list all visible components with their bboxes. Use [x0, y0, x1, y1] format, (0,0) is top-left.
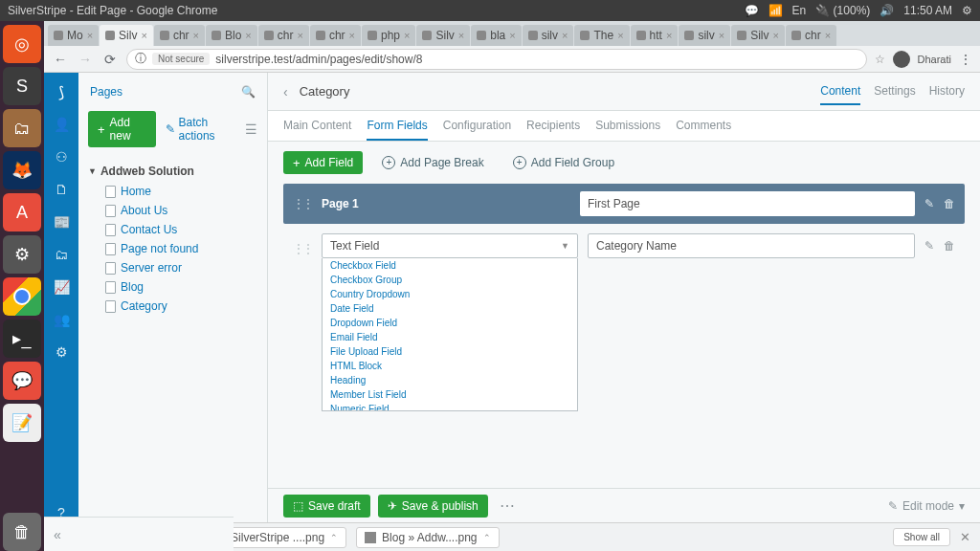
browser-tab[interactable]: php×	[362, 25, 415, 46]
forward-button[interactable]: →	[77, 51, 94, 68]
url-field[interactable]: ⓘ Not secure silverstripe.test/admin/pag…	[126, 49, 867, 70]
close-downloads-icon[interactable]: ✕	[960, 530, 970, 544]
chat-icon[interactable]: 💬	[745, 4, 759, 17]
browser-tab[interactable]: Silv×	[416, 25, 470, 46]
dropdown-option[interactable]: Email Field	[323, 330, 577, 344]
browser-tab[interactable]: Blo×	[206, 25, 257, 46]
header-tab[interactable]: Content	[820, 78, 860, 105]
tree-root[interactable]: ▼ Addweb Solution	[88, 161, 257, 182]
dropdown-option[interactable]: Dropdown Field	[323, 316, 577, 330]
sub-tab[interactable]: Recipients	[526, 111, 580, 141]
terminal-icon[interactable]: ▸_	[3, 320, 41, 358]
save-publish-button[interactable]: ✈ Save & publish	[378, 495, 488, 518]
wifi-icon[interactable]: 📶	[768, 4, 783, 17]
clock[interactable]: 11:50 AM	[903, 4, 952, 17]
browser-tab[interactable]: chr×	[310, 25, 361, 46]
chrome-icon[interactable]	[3, 277, 41, 316]
rail-pages-icon[interactable]: 👤	[52, 115, 71, 134]
firefox-icon[interactable]: 🦊	[3, 151, 41, 189]
dropdown-option[interactable]: Member List Field	[323, 387, 577, 402]
browser-tab[interactable]: bla×	[471, 25, 521, 46]
back-button[interactable]: ←	[52, 51, 69, 68]
tree-item[interactable]: Home	[88, 182, 257, 201]
dash-icon[interactable]: ◎	[3, 25, 41, 63]
rail-sitemap-icon[interactable]: ⚇	[52, 147, 71, 166]
list-view-icon[interactable]: ☰	[245, 121, 257, 137]
search-icon[interactable]: 🔍	[241, 85, 256, 99]
rail-security-icon[interactable]: 👥	[52, 310, 71, 329]
volume-icon[interactable]: 🔊	[880, 4, 894, 17]
header-tab[interactable]: History	[929, 78, 965, 105]
edit-pencil-icon[interactable]: ✎	[924, 197, 934, 210]
tree-item[interactable]: Blog	[88, 277, 257, 297]
silverstripe-logo-icon[interactable]: ⟆	[52, 82, 71, 101]
sidebar-collapse[interactable]: «	[44, 517, 234, 551]
trash-icon[interactable]: 🗑	[3, 513, 41, 551]
dropdown-option[interactable]: File Upload Field	[323, 344, 577, 359]
dropdown-option[interactable]: Numeric Field	[323, 402, 577, 411]
browser-tab[interactable]: silv×	[523, 25, 574, 46]
sub-tab[interactable]: Configuration	[443, 111, 511, 141]
settings-icon[interactable]: ⚙	[3, 235, 41, 274]
browser-tab[interactable]: silv×	[679, 25, 730, 46]
sub-tab[interactable]: Comments	[676, 111, 731, 141]
show-all-downloads[interactable]: Show all	[893, 528, 950, 546]
add-field-group-button[interactable]: + Add Field Group	[503, 152, 624, 173]
tree-item[interactable]: About Us	[88, 201, 257, 220]
browser-tab[interactable]: chr×	[786, 25, 836, 46]
dropdown-option[interactable]: Date Field	[323, 301, 577, 316]
software-icon[interactable]: A	[3, 193, 41, 231]
add-page-break-button[interactable]: + Add Page Break	[372, 152, 493, 173]
back-chevron-icon[interactable]: ‹	[283, 84, 288, 99]
edit-mode-toggle[interactable]: ✎ Edit mode ▾	[888, 499, 965, 513]
browser-tab[interactable]: chr×	[258, 25, 309, 46]
dropdown-option[interactable]: Country Dropdown	[323, 287, 577, 301]
delete-trash-icon[interactable]: 🗑	[944, 239, 955, 253]
batch-actions-link[interactable]: ✎ Batch actions	[166, 116, 235, 143]
drag-handle-icon[interactable]: ⋮⋮	[293, 242, 312, 255]
rail-files-icon[interactable]: 🗋	[52, 180, 71, 199]
sublime-icon[interactable]: S	[3, 67, 41, 105]
notes-icon[interactable]: 📝	[3, 404, 41, 442]
header-tab[interactable]: Settings	[874, 78, 915, 105]
profile-avatar[interactable]	[893, 51, 910, 68]
browser-tab[interactable]: Silv×	[100, 25, 153, 46]
rail-reports-icon[interactable]: 🗂	[52, 245, 71, 264]
dropdown-option[interactable]: Checkbox Field	[323, 258, 577, 273]
drag-handle-icon[interactable]: ⋮⋮	[293, 197, 312, 210]
dropdown-option[interactable]: Checkbox Group	[323, 273, 577, 287]
browser-tab[interactable]: chr×	[154, 25, 205, 46]
browser-tab[interactable]: Mo×	[48, 25, 99, 46]
chrome-menu-icon[interactable]: ⋮	[959, 52, 972, 67]
tree-item[interactable]: Contact Us	[88, 220, 257, 239]
download-chip[interactable]: Blog » Addw....png⌃	[356, 527, 499, 548]
page-title-input[interactable]: First Page	[580, 191, 915, 216]
settings-gear-icon[interactable]: ⚙	[962, 4, 972, 17]
edit-pencil-icon[interactable]: ✎	[924, 239, 934, 253]
sub-tab[interactable]: Form Fields	[367, 111, 427, 141]
tree-item[interactable]: Server error	[88, 258, 257, 277]
rail-campaigns-icon[interactable]: 📰	[52, 212, 71, 231]
browser-tab[interactable]: Silv×	[731, 25, 785, 46]
sub-tab[interactable]: Submissions	[595, 111, 660, 141]
browser-tab[interactable]: htt×	[631, 25, 679, 46]
add-field-button[interactable]: + Add Field	[283, 151, 363, 174]
messenger-icon[interactable]: 💬	[3, 362, 41, 400]
delete-trash-icon[interactable]: 🗑	[944, 197, 955, 210]
bookmark-star-icon[interactable]: ☆	[875, 53, 885, 66]
rail-settings-icon[interactable]: ⚙	[52, 342, 71, 362]
files-icon[interactable]: 🗂	[3, 109, 41, 147]
chevron-up-icon[interactable]: ⌃	[330, 533, 338, 542]
tree-item[interactable]: Page not found	[88, 239, 257, 258]
save-draft-button[interactable]: ⬚ Save draft	[283, 495, 370, 518]
reload-button[interactable]: ⟳	[101, 51, 119, 68]
field-type-select[interactable]: Text Field ▼ Checkbox FieldCheckbox Grou…	[322, 233, 578, 258]
tree-item[interactable]: Category	[88, 297, 257, 316]
rail-stats-icon[interactable]: 📈	[52, 277, 71, 297]
more-actions-icon[interactable]: ⋯	[500, 496, 515, 515]
add-new-button[interactable]: + Add new	[88, 111, 156, 147]
field-name-input[interactable]: Category Name	[588, 233, 915, 258]
chevron-up-icon[interactable]: ⌃	[483, 533, 491, 542]
sub-tab[interactable]: Main Content	[283, 111, 351, 141]
input-method[interactable]: En	[792, 4, 807, 17]
